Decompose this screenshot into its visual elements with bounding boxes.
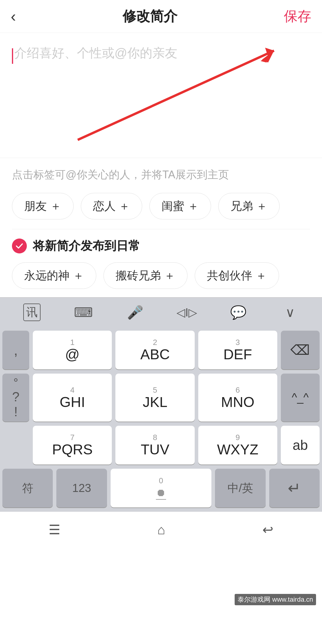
tag-section: 点击标签可@你关心的人，并将TA展示到主页 朋友 ＋ 恋人 ＋ 闺蜜 ＋ 兄弟 … (0, 158, 322, 219)
tag-brick-brothers[interactable]: 搬砖兄弟 ＋ (103, 262, 188, 289)
kb-row-1: , 1 @ 2 ABC 3 DEF ⌫ (2, 331, 320, 369)
watermark: 泰尔游戏网 www.tairda.cn (235, 594, 316, 605)
key-lang[interactable]: 中/英 (215, 469, 265, 507)
tag-co-creator[interactable]: 共创伙伴 ＋ (195, 262, 279, 289)
space-indicator: ⏺ (156, 487, 166, 500)
kb-bottom-spacer (2, 507, 320, 512)
save-button[interactable]: 保存 (284, 7, 311, 26)
svg-marker-1 (262, 51, 274, 63)
key-ab[interactable]: ab (281, 426, 320, 465)
chevron-down-icon: ∨ (285, 305, 295, 320)
ab-icon: ab (292, 437, 308, 453)
text-cursor (12, 48, 13, 64)
bio-area[interactable]: 介绍喜好、个性或@你的亲友 (0, 33, 322, 158)
cursor-control-icon: ◁I▷ (177, 306, 197, 319)
key-6-mno[interactable]: 6 MNO (198, 374, 277, 422)
page-title: 修改简介 (123, 7, 177, 26)
kb-tool-input-method[interactable]: 讯 (17, 302, 47, 323)
key-123[interactable]: 123 (56, 469, 107, 507)
kb-row-bottom: 符 123 0 ⏺ 中/英 ↵ (2, 469, 320, 507)
tag-bestie[interactable]: 闺蜜 ＋ (149, 193, 211, 219)
key-4-ghi[interactable]: 4 GHI (33, 374, 112, 422)
shift-icon: ^_^ (292, 391, 309, 404)
nav-home-icon[interactable]: ⌂ (157, 522, 165, 537)
key-comma[interactable]: , (2, 331, 29, 369)
key-backspace[interactable]: ⌫ (281, 331, 320, 369)
publish-checkbox[interactable] (12, 239, 27, 253)
key-8-tuv[interactable]: 8 TUV (115, 426, 194, 465)
key-5-jkl[interactable]: 5 JKL (115, 374, 194, 422)
microphone-icon: 🎤 (127, 305, 143, 320)
kb-row-3: 7 PQRS 8 TUV 9 WXYZ ab (2, 426, 320, 465)
kb-row-2: ° ? ! 4 GHI 5 JKL 6 MNO ^_^ (2, 374, 320, 422)
publish-row: 将新简介发布到日常 (0, 238, 322, 262)
key-9-wxyz[interactable]: 9 WXYZ (198, 426, 277, 465)
kb-tool-collapse[interactable]: ∨ (275, 302, 305, 323)
tag-row-1: 朋友 ＋ 恋人 ＋ 闺蜜 ＋ 兄弟 ＋ (12, 193, 310, 219)
kb-tool-voice[interactable]: 🎤 (120, 302, 150, 323)
tag-forever-god[interactable]: 永远的神 ＋ (12, 262, 96, 289)
input-method-icon: 讯 (23, 304, 41, 321)
tag-brothers[interactable]: 兄弟 ＋ (218, 193, 280, 219)
key-shift[interactable]: ^_^ (281, 374, 320, 422)
key-fu[interactable]: 符 (2, 469, 53, 507)
kb-tool-comment[interactable]: 💬 (224, 302, 253, 323)
tag-hint: 点击标签可@你关心的人，并将TA展示到主页 (12, 168, 310, 182)
nav-back-icon[interactable]: ↩ (262, 522, 273, 537)
back-button[interactable]: ‹ (11, 7, 16, 25)
tag-friends[interactable]: 朋友 ＋ (12, 193, 74, 219)
key-2-abc[interactable]: 2 ABC (115, 331, 194, 369)
emoji-keyboard-icon: ⌨ (74, 305, 93, 320)
keyboard: , 1 @ 2 ABC 3 DEF ⌫ ° ? ! 4 GHI (0, 327, 322, 512)
tag-row-2: 永远的神 ＋ 搬砖兄弟 ＋ 共创伙伴 ＋ (0, 262, 322, 297)
header: ‹ 修改简介 保存 (0, 0, 322, 33)
keyboard-toolbar: 讯 ⌨ 🎤 ◁I▷ 💬 ∨ (0, 297, 322, 327)
svg-line-0 (78, 51, 274, 140)
svg-marker-2 (265, 48, 274, 57)
kb-tool-emoji[interactable]: ⌨ (69, 302, 98, 323)
key-3-def[interactable]: 3 DEF (198, 331, 277, 369)
key-1-at[interactable]: 1 @ (33, 331, 112, 369)
backspace-icon: ⌫ (290, 342, 310, 358)
key-7-pqrs[interactable]: 7 PQRS (33, 426, 112, 465)
bottom-nav: ☰ ⌂ ↩ (0, 512, 322, 547)
check-icon (15, 242, 24, 250)
bio-placeholder: 介绍喜好、个性或@你的亲友 (14, 46, 177, 60)
nav-menu-icon[interactable]: ☰ (49, 522, 60, 537)
kb-tool-cursor[interactable]: ◁I▷ (172, 302, 202, 323)
publish-label: 将新简介发布到日常 (33, 238, 140, 254)
tag-lover[interactable]: 恋人 ＋ (81, 193, 143, 219)
key-0-space[interactable]: 0 ⏺ (111, 469, 212, 507)
key-enter[interactable]: ↵ (269, 469, 320, 507)
comment-icon: 💬 (230, 305, 247, 320)
divider (12, 229, 310, 229)
